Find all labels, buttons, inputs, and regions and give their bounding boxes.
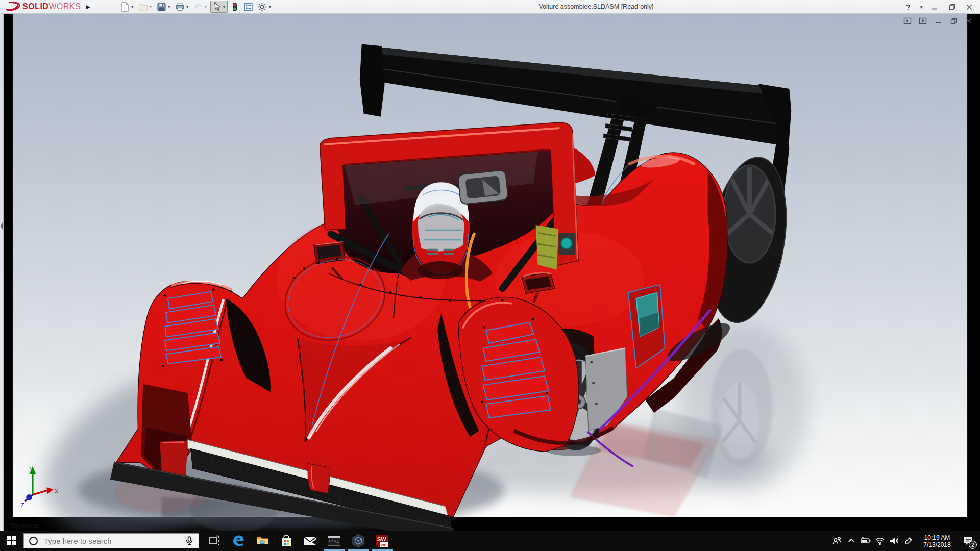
solidworks-2017-taskbar-button[interactable]: SW2017	[370, 531, 394, 551]
taskbar-clock[interactable]: 10:19 AM 7/13/2018	[918, 534, 957, 548]
system-tray: 10:19 AM 7/13/2018 2	[830, 531, 980, 551]
wifi-icon[interactable]	[873, 531, 887, 551]
windows-taskbar: C:\_SW2017 10:19 AM 7/13/2018 2	[0, 531, 980, 551]
dropdown-arrow-icon[interactable]: ▼	[131, 5, 134, 9]
command-prompt-taskbar-button[interactable]: C:\_	[322, 531, 346, 551]
dropdown-arrow-icon[interactable]: ▼	[167, 5, 171, 9]
panel-expand-handle-icon[interactable]	[0, 219, 4, 233]
select-cursor-button[interactable]: ▼	[210, 1, 228, 13]
clock-time: 10:19 AM	[918, 534, 957, 541]
ds-logo-icon	[4, 1, 22, 12]
menu-expand-arrow-icon[interactable]: ▶	[86, 4, 90, 10]
solidworks-window: SOLIDWORKS ▶ ▼▼▼▼▼▼▼ Voiture assomblee.S…	[0, 0, 980, 551]
solidworks-logo: SOLIDWORKS ▶	[0, 0, 93, 14]
new-document-button[interactable]: ▼	[118, 1, 136, 13]
edge-taskbar-button[interactable]	[226, 531, 250, 551]
doc-close-button[interactable]	[964, 16, 974, 26]
document-window-controls	[902, 16, 974, 26]
dropdown-arrow-icon[interactable]: ▼	[186, 5, 189, 9]
chevron-up-icon[interactable]	[844, 531, 859, 551]
open-document-button[interactable]: ▼	[137, 1, 154, 13]
notification-badge: 2	[969, 541, 977, 549]
task-view-taskbar-button[interactable]	[202, 531, 226, 551]
start-button[interactable]	[0, 531, 23, 551]
volume-icon[interactable]	[887, 531, 901, 551]
feature-panel-collapsed-strip[interactable]	[0, 14, 4, 531]
doc-minimize-button[interactable]	[933, 16, 943, 26]
windows-logo-icon	[7, 536, 16, 545]
composer-hexagon-taskbar-button[interactable]	[346, 531, 370, 551]
dropdown-arrow-icon[interactable]: ▼	[268, 5, 272, 9]
close-button[interactable]	[962, 2, 977, 13]
minimize-button[interactable]	[927, 2, 942, 13]
svg-text:X: X	[55, 488, 59, 494]
taskbar-apps: C:\_SW2017	[202, 531, 394, 551]
tray-icons	[830, 531, 916, 551]
options-gear-button[interactable]: ▼	[256, 1, 273, 13]
window-controls: ?▾	[900, 0, 977, 14]
view-orientation-label: *Dimetric	[8, 521, 39, 530]
quick-toolbar: ▼▼▼▼▼▼▼	[118, 1, 274, 13]
pane-arrow-right-button[interactable]	[918, 16, 928, 26]
toolbar-separator	[100, 1, 100, 12]
mail-taskbar-button[interactable]	[298, 531, 322, 551]
model-viewport-canvas[interactable]: Y X Z	[0, 14, 980, 531]
selection-filter-traffic-light-button[interactable]	[229, 1, 241, 13]
graphics-viewport[interactable]: Y X Z *Dimetric	[0, 14, 980, 531]
pane-arrow-left-button[interactable]	[902, 16, 913, 26]
task-pane-list-button[interactable]	[242, 1, 255, 13]
dropdown-arrow-icon[interactable]: ▼	[204, 5, 208, 9]
svg-text:C:\_: C:\_	[329, 539, 339, 543]
svg-text:Y: Y	[30, 466, 34, 472]
help-button[interactable]: ?	[900, 2, 916, 13]
microphone-icon[interactable]	[185, 536, 193, 545]
undo-button[interactable]: ▼	[192, 1, 209, 13]
file-explorer-taskbar-button[interactable]	[250, 531, 274, 551]
restore-button[interactable]	[944, 2, 960, 13]
taskbar-search[interactable]	[23, 533, 199, 548]
dropdown-arrow-icon[interactable]: ▼	[223, 5, 226, 9]
svg-text:Z: Z	[21, 502, 24, 508]
clock-date: 7/13/2018	[918, 541, 957, 548]
solidworks-wordmark: SOLIDWORKS	[22, 2, 81, 11]
dropdown-arrow-icon[interactable]: ▼	[149, 5, 153, 9]
save-button[interactable]: ▼	[155, 1, 173, 13]
action-center-button[interactable]: 2	[959, 531, 978, 551]
window-title: Voiture assomblee.SLDASM [Read-only]	[538, 0, 653, 14]
pen-icon[interactable]	[901, 531, 916, 551]
people-icon[interactable]	[830, 531, 844, 551]
svg-text:2017: 2017	[381, 543, 389, 547]
store-taskbar-button[interactable]	[274, 531, 298, 551]
cortana-icon	[29, 537, 38, 545]
print-button[interactable]: ▼	[174, 1, 191, 13]
doc-restore-button[interactable]	[948, 16, 959, 26]
battery-icon[interactable]	[859, 531, 873, 551]
search-input[interactable]	[43, 536, 180, 546]
title-bar: SOLIDWORKS ▶ ▼▼▼▼▼▼▼ Voiture assomblee.S…	[0, 0, 980, 14]
help-dropdown-button[interactable]: ▾	[918, 2, 925, 13]
svg-text:SW: SW	[377, 536, 386, 542]
